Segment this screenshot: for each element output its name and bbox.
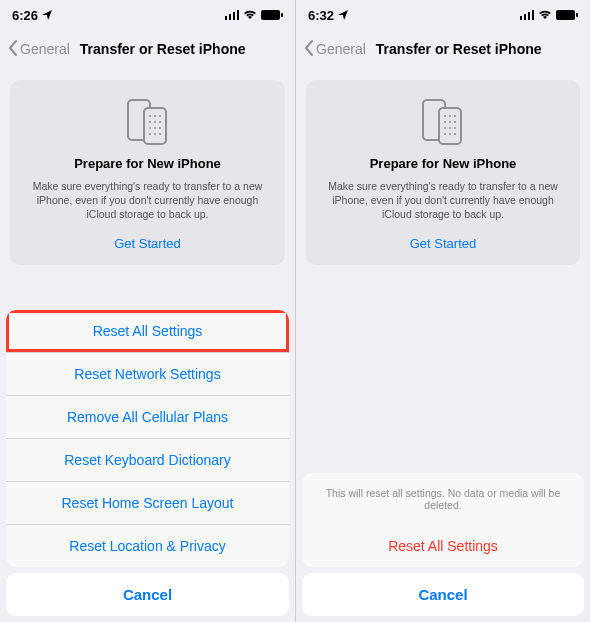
svg-rect-22 xyxy=(528,12,530,20)
prepare-card: Prepare for New iPhone Make sure everyth… xyxy=(306,80,580,265)
svg-point-35 xyxy=(449,127,451,129)
battery-icon xyxy=(556,10,578,20)
location-icon xyxy=(42,10,52,20)
svg-point-28 xyxy=(444,115,446,117)
svg-point-11 xyxy=(149,121,151,123)
svg-rect-20 xyxy=(520,16,522,20)
svg-point-34 xyxy=(444,127,446,129)
svg-point-18 xyxy=(154,133,156,135)
svg-point-39 xyxy=(454,133,456,135)
svg-point-36 xyxy=(454,127,456,129)
svg-rect-5 xyxy=(281,13,283,17)
status-left: 6:32 xyxy=(308,8,348,23)
svg-point-12 xyxy=(154,121,156,123)
svg-point-37 xyxy=(444,133,446,135)
svg-point-8 xyxy=(149,115,151,117)
svg-rect-0 xyxy=(225,16,227,20)
status-time: 6:32 xyxy=(308,8,334,23)
svg-point-38 xyxy=(449,133,451,135)
reset-options-group: Reset All Settings Reset Network Setting… xyxy=(6,310,289,567)
content-area: Prepare for New iPhone Make sure everyth… xyxy=(296,68,590,265)
get-started-link[interactable]: Get Started xyxy=(24,236,271,251)
svg-rect-25 xyxy=(576,13,578,17)
svg-rect-7 xyxy=(144,108,166,144)
svg-rect-24 xyxy=(556,10,575,20)
svg-rect-27 xyxy=(439,108,461,144)
battery-icon xyxy=(261,10,283,20)
nav-bar: General Transfer or Reset iPhone xyxy=(296,30,590,68)
reset-keyboard-dictionary-option[interactable]: Reset Keyboard Dictionary xyxy=(6,438,289,481)
screenshot-left: 6:26 General Transfer or Reset iPhone xyxy=(0,0,295,622)
status-bar: 6:32 xyxy=(296,0,590,30)
nav-title: Transfer or Reset iPhone xyxy=(80,41,246,57)
back-chevron-icon[interactable] xyxy=(8,38,18,61)
svg-point-30 xyxy=(454,115,456,117)
signal-icon xyxy=(225,10,239,20)
prepare-title: Prepare for New iPhone xyxy=(24,156,271,171)
wifi-icon xyxy=(538,10,552,20)
two-phones-icon xyxy=(320,98,566,146)
signal-icon xyxy=(520,10,534,20)
svg-point-15 xyxy=(154,127,156,129)
get-started-link[interactable]: Get Started xyxy=(320,236,566,251)
svg-point-33 xyxy=(454,121,456,123)
two-phones-icon xyxy=(24,98,271,146)
svg-rect-21 xyxy=(524,14,526,20)
svg-rect-3 xyxy=(237,10,239,20)
confirm-message: This will reset all settings. No data or… xyxy=(302,473,584,525)
svg-point-9 xyxy=(154,115,156,117)
svg-rect-2 xyxy=(233,12,235,20)
status-time: 6:26 xyxy=(12,8,38,23)
confirm-reset-all-settings-button[interactable]: Reset All Settings xyxy=(302,525,584,567)
reset-location-privacy-option[interactable]: Reset Location & Privacy xyxy=(6,524,289,567)
svg-point-32 xyxy=(449,121,451,123)
location-icon xyxy=(338,10,348,20)
prepare-description: Make sure everything's ready to transfer… xyxy=(320,179,566,222)
prepare-description: Make sure everything's ready to transfer… xyxy=(24,179,271,222)
back-chevron-icon[interactable] xyxy=(304,38,314,61)
svg-point-13 xyxy=(159,121,161,123)
prepare-card: Prepare for New iPhone Make sure everyth… xyxy=(10,80,285,265)
screenshot-right: 6:32 General Transfer or Reset iPhone xyxy=(295,0,590,622)
cancel-group: Cancel xyxy=(302,573,584,616)
status-right xyxy=(520,10,578,20)
confirm-group: This will reset all settings. No data or… xyxy=(302,473,584,567)
confirm-action-sheet: This will reset all settings. No data or… xyxy=(296,467,590,622)
reset-action-sheet: Reset All Settings Reset Network Setting… xyxy=(0,304,295,622)
svg-point-29 xyxy=(449,115,451,117)
content-area: Prepare for New iPhone Make sure everyth… xyxy=(0,68,295,265)
reset-network-settings-option[interactable]: Reset Network Settings xyxy=(6,352,289,395)
svg-rect-1 xyxy=(229,14,231,20)
svg-point-16 xyxy=(159,127,161,129)
reset-all-settings-option[interactable]: Reset All Settings xyxy=(6,310,289,352)
status-bar: 6:26 xyxy=(0,0,295,30)
reset-home-screen-layout-option[interactable]: Reset Home Screen Layout xyxy=(6,481,289,524)
cancel-button[interactable]: Cancel xyxy=(6,573,289,616)
status-left: 6:26 xyxy=(12,8,52,23)
svg-rect-23 xyxy=(532,10,534,20)
cancel-group: Cancel xyxy=(6,573,289,616)
remove-cellular-plans-option[interactable]: Remove All Cellular Plans xyxy=(6,395,289,438)
back-label[interactable]: General xyxy=(316,41,366,57)
svg-point-17 xyxy=(149,133,151,135)
nav-bar: General Transfer or Reset iPhone xyxy=(0,30,295,68)
status-right xyxy=(225,10,283,20)
svg-rect-4 xyxy=(261,10,280,20)
nav-title: Transfer or Reset iPhone xyxy=(376,41,542,57)
cancel-button[interactable]: Cancel xyxy=(302,573,584,616)
prepare-title: Prepare for New iPhone xyxy=(320,156,566,171)
svg-point-19 xyxy=(159,133,161,135)
svg-point-14 xyxy=(149,127,151,129)
wifi-icon xyxy=(243,10,257,20)
svg-point-10 xyxy=(159,115,161,117)
back-label[interactable]: General xyxy=(20,41,70,57)
svg-point-31 xyxy=(444,121,446,123)
